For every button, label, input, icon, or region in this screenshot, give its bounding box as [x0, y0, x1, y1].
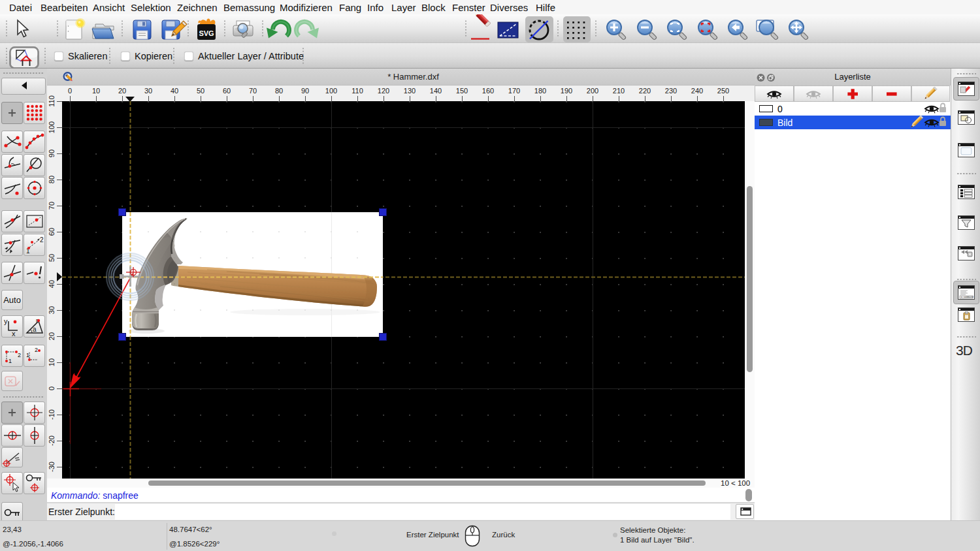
svg-text:2: 2 — [40, 236, 44, 244]
svg-text:2: 2 — [18, 352, 21, 358]
svg-text:x: x — [12, 330, 16, 337]
svg-text:1: 1 — [8, 358, 12, 364]
svg-text:a: a — [33, 326, 37, 333]
svg-text:y: y — [4, 317, 8, 325]
svg-text:2: 2 — [35, 347, 38, 353]
svg-text:1: 1 — [26, 352, 29, 358]
svg-text:SVG: SVG — [199, 29, 214, 37]
svg-text:c command: c command — [961, 296, 973, 298]
